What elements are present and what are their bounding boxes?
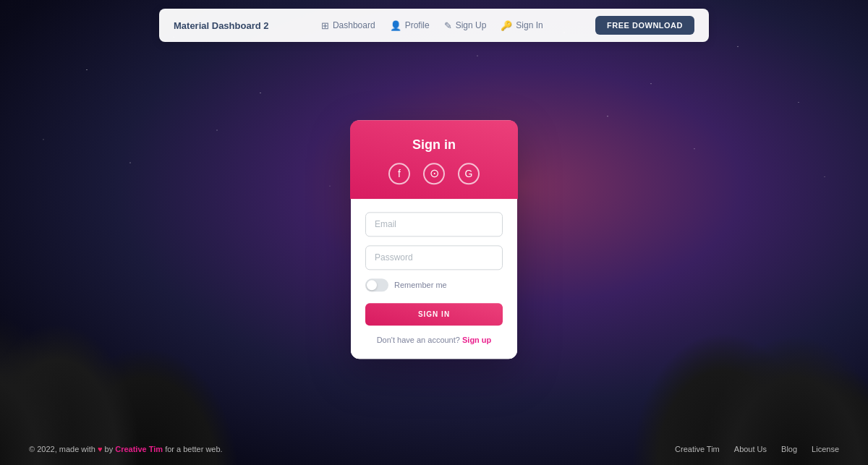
remember-row: Remember me: [365, 278, 503, 291]
dashboard-icon: ⊞: [321, 20, 329, 31]
navbar: Material Dashboard 2 ⊞ Dashboard 👤 Profi…: [159, 9, 709, 42]
nav-label-signin: Sign In: [516, 20, 542, 30]
free-download-button[interactable]: FREE DOWNLOAD: [595, 16, 694, 35]
heart-icon: ♥: [98, 445, 105, 453]
nav-link-profile[interactable]: 👤 Profile: [390, 20, 430, 31]
footer-suffix: for a better web.: [165, 445, 223, 453]
nav-link-dashboard[interactable]: ⊞ Dashboard: [321, 20, 375, 31]
nav-label-dashboard: Dashboard: [333, 20, 375, 30]
social-icons-row: f ⊙ G: [365, 163, 503, 184]
navbar-links: ⊞ Dashboard 👤 Profile ✎ Sign Up 🔑 Sign I…: [321, 20, 543, 31]
footer-link-creativetim[interactable]: Creative Tim: [675, 445, 720, 453]
nav-label-signup: Sign Up: [456, 20, 487, 30]
signup-link[interactable]: Sign up: [462, 336, 491, 344]
navbar-brand: Material Dashboard 2: [174, 20, 269, 31]
footer-links: Creative Tim About Us Blog License: [675, 445, 839, 453]
facebook-icon: f: [398, 168, 401, 179]
sign-in-button[interactable]: SIGN IN: [365, 303, 503, 325]
signup-icon: ✎: [444, 20, 452, 31]
signin-icon: 🔑: [501, 20, 512, 31]
github-signin-button[interactable]: ⊙: [423, 163, 445, 184]
profile-icon: 👤: [390, 20, 401, 31]
signin-card-container: Sign in f ⊙ G Remember me: [351, 121, 517, 359]
email-input[interactable]: [365, 212, 503, 236]
footer-link-blog[interactable]: Blog: [781, 445, 797, 453]
footer-author-link[interactable]: Creative Tim: [115, 445, 163, 453]
footer-copyright: © 2022, made with ♥ by Creative Tim for …: [29, 445, 223, 453]
toggle-knob: [367, 280, 377, 290]
no-account-text: Don't have an account? Sign up: [365, 336, 503, 344]
nav-link-signup[interactable]: ✎ Sign Up: [444, 20, 487, 31]
card-title: Sign in: [365, 137, 503, 153]
password-input[interactable]: [365, 245, 503, 270]
facebook-signin-button[interactable]: f: [388, 163, 410, 184]
card-header: Sign in f ⊙ G: [350, 120, 518, 199]
google-signin-button[interactable]: G: [458, 163, 480, 184]
nav-link-signin[interactable]: 🔑 Sign In: [501, 20, 542, 31]
footer-link-license[interactable]: License: [812, 445, 839, 453]
footer: © 2022, made with ♥ by Creative Tim for …: [0, 445, 868, 453]
signin-card: Sign in f ⊙ G Remember me: [351, 120, 517, 359]
remember-label: Remember me: [394, 281, 447, 289]
card-body: Remember me SIGN IN Don't have an accoun…: [351, 199, 517, 359]
footer-link-aboutus[interactable]: About Us: [734, 445, 767, 453]
google-icon: G: [465, 168, 473, 179]
remember-toggle[interactable]: [365, 278, 388, 291]
github-icon: ⊙: [430, 166, 439, 180]
nav-label-profile: Profile: [405, 20, 430, 30]
